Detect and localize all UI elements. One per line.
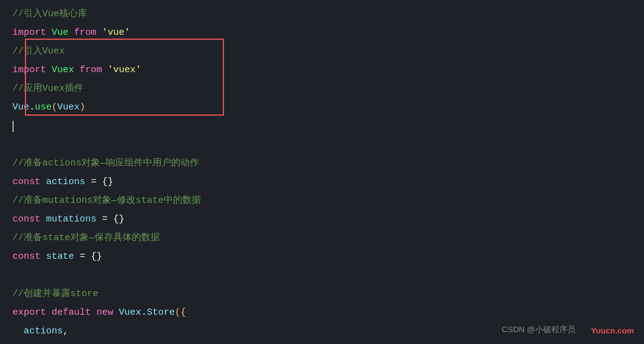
token-var: mutations	[46, 210, 102, 229]
code-line-6: Vue . use ( Vuex )	[0, 98, 644, 117]
token-paren: (	[52, 98, 57, 117]
token-brace: {}	[113, 210, 124, 229]
watermark-csdn: CSDN @小破程序员	[502, 324, 576, 335]
token-comma: ,	[74, 341, 80, 344]
token-string: 'vue'	[102, 24, 130, 42]
token-keyword: const	[12, 210, 46, 229]
token-comment: //准备state对象—保存具体的数据	[12, 229, 160, 248]
token-equals: =	[91, 173, 102, 192]
code-line-11: //准备mutations对象—修改state中的数据	[0, 192, 644, 210]
token-comment: //创建并暴露store	[12, 285, 98, 304]
code-line-3: //引入Vuex	[0, 42, 644, 61]
token-new: new	[96, 304, 119, 322]
token-keyword: import	[12, 61, 52, 80]
code-line-1: //引入Vue核心库	[0, 5, 644, 24]
token-keyword: const	[12, 173, 46, 192]
token-module: Vue	[52, 24, 74, 42]
token-prop: actions	[24, 322, 63, 341]
token-keyword: import	[12, 24, 52, 42]
code-line-2: import Vue from 'vue'	[0, 24, 644, 42]
token-comment: //引入Vue核心库	[12, 5, 87, 24]
token-equals: =	[102, 210, 113, 229]
token-prop: mutations	[24, 341, 74, 344]
token-vuex: Vuex	[119, 304, 141, 322]
code-line-12: const mutations = {}	[0, 210, 644, 229]
token-store-class: Store	[147, 304, 175, 322]
token-var: Vue	[12, 98, 29, 117]
token-dot: .	[29, 98, 35, 117]
code-line-17: export default new Vuex . Store ({	[0, 304, 644, 322]
token-from: from	[80, 61, 108, 80]
cursor	[12, 121, 14, 132]
code-editor: //引入Vue核心库 import Vue from 'vue' //引入Vue…	[0, 0, 644, 344]
token-paren: ({	[175, 304, 186, 322]
token-var: state	[46, 248, 80, 266]
watermark: Yuucn.com	[591, 326, 634, 335]
code-line-10: const actions = {}	[0, 173, 644, 192]
code-line-13: //准备state对象—保存具体的数据	[0, 229, 644, 248]
token-comma: ,	[63, 322, 68, 341]
code-line-7	[0, 117, 644, 136]
token-module: Vuex	[52, 61, 80, 80]
token-equals: =	[80, 248, 91, 266]
token-indent	[12, 322, 24, 341]
token-export: export	[12, 304, 52, 322]
token-keyword: const	[12, 248, 46, 266]
token-method: use	[35, 98, 52, 117]
token-from: from	[74, 24, 102, 42]
token-dot: .	[141, 304, 147, 322]
code-line-19: mutations ,	[0, 341, 644, 344]
code-line-5: //应用Vuex插件	[0, 80, 644, 98]
token-brace: {}	[91, 248, 102, 266]
token-comment: //准备actions对象—响应组件中用户的动作	[12, 154, 199, 173]
code-line-8	[0, 136, 644, 154]
token-brace: {}	[102, 173, 113, 192]
token-comment: //准备mutations对象—修改state中的数据	[12, 192, 201, 210]
token-comment: //引入Vuex	[12, 42, 65, 61]
code-line-15	[0, 266, 644, 285]
token-paren: )	[80, 98, 85, 117]
token-comment: //应用Vuex插件	[12, 80, 83, 98]
token-var: actions	[46, 173, 91, 192]
token-string: 'vuex'	[108, 61, 141, 80]
code-line-9: //准备actions对象—响应组件中用户的动作	[0, 154, 644, 173]
code-line-4: import Vuex from 'vuex'	[0, 61, 644, 80]
token-indent	[12, 341, 24, 344]
token-var: Vuex	[57, 98, 80, 117]
token-default: default	[52, 304, 96, 322]
code-line-16: //创建并暴露store	[0, 285, 644, 304]
code-line-14: const state = {}	[0, 248, 644, 266]
